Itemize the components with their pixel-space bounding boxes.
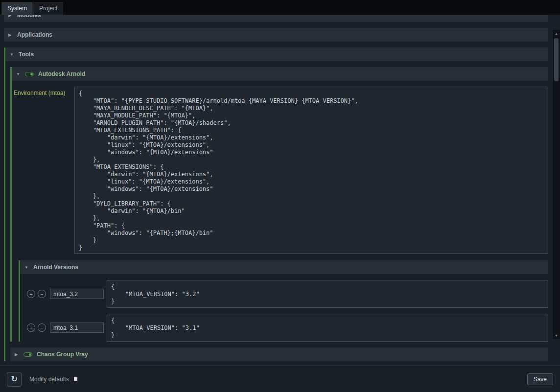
arnold-versions-body: + − { "MTOA_VERSION": "3.2" }: [20, 280, 548, 342]
chevron-right-icon: ▶: [15, 352, 19, 357]
section-label-modules: Modules: [17, 15, 41, 19]
section-label-tools: Tools: [19, 51, 34, 58]
settings-content: ▶ Modules ▶ Applications ▼ Tools ▼: [0, 15, 552, 361]
modify-defaults-checkbox[interactable]: [74, 377, 77, 381]
scroll-up-icon[interactable]: ▲: [553, 30, 560, 37]
section-header-tools[interactable]: ▼ Tools: [5, 47, 548, 61]
version-key-input[interactable]: [50, 289, 104, 299]
footer-bar: ↻ Modify defaults Save: [0, 366, 560, 392]
section-label-vray: Chaos Group Vray: [37, 351, 88, 358]
scroll-down-icon[interactable]: ▼: [553, 332, 560, 339]
chevron-down-icon: ▼: [10, 52, 14, 57]
arnold-section-body: Environment (mtoa) { "MTOA": "{PYPE_STUD…: [12, 87, 548, 342]
tab-system[interactable]: System: [1, 2, 33, 15]
tab-project[interactable]: Project: [33, 2, 63, 15]
refresh-button[interactable]: ↻: [7, 372, 22, 387]
section-header-arnold-versions[interactable]: ▼ Arnold Versions: [20, 260, 548, 274]
add-item-button[interactable]: +: [27, 290, 35, 298]
section-label-applications: Applications: [17, 31, 52, 38]
chevron-down-icon: ▼: [16, 72, 21, 76]
section-header-modules[interactable]: ▶ Modules: [4, 15, 548, 22]
scrollbar-thumb[interactable]: [554, 38, 559, 81]
version-json-editor[interactable]: { "MTOA_VERSION": "3.1" }: [107, 314, 548, 342]
section-label-arnold-versions: Arnold Versions: [33, 264, 78, 271]
version-json-editor[interactable]: { "MTOA_VERSION": "3.2" }: [107, 280, 548, 308]
vertical-scrollbar[interactable]: ▲ ▼: [552, 30, 560, 339]
add-item-button[interactable]: +: [27, 323, 35, 332]
refresh-icon: ↻: [11, 374, 18, 384]
version-row: + − { "MTOA_VERSION": "3.2" }: [27, 280, 548, 308]
chevron-down-icon: ▼: [24, 265, 29, 270]
section-group-arnold-versions: ▼ Arnold Versions + −: [19, 260, 548, 342]
remove-item-button[interactable]: −: [38, 323, 46, 332]
tab-bar: System Project: [0, 0, 560, 15]
remove-item-button[interactable]: −: [38, 290, 46, 298]
environment-field-row: Environment (mtoa) { "MTOA": "{PYPE_STUD…: [14, 87, 548, 254]
chevron-right-icon: ▶: [8, 15, 13, 18]
row-buttons: + −: [27, 290, 46, 298]
version-key-input[interactable]: [50, 323, 104, 333]
enabled-toggle-icon[interactable]: [23, 352, 32, 357]
section-group-tools: ▼ Tools ▼ Autodesk Arnold Environment (m…: [4, 47, 548, 361]
tools-section-body: ▼ Autodesk Arnold Environment (mtoa) { "…: [5, 67, 548, 361]
section-label-arnold: Autodesk Arnold: [38, 70, 85, 77]
enabled-toggle-icon[interactable]: [25, 72, 34, 76]
environment-json-editor[interactable]: { "MTOA": "{PYPE_STUDIO_SOFTWARE}/arnold…: [74, 87, 548, 254]
section-group-arnold: ▼ Autodesk Arnold Environment (mtoa) { "…: [10, 67, 548, 342]
version-row: + − { "MTOA_VERSION": "3.1" }: [27, 314, 548, 342]
chevron-right-icon: ▶: [8, 33, 13, 37]
row-buttons: + −: [27, 323, 46, 332]
settings-pane: ▶ Modules ▶ Applications ▼ Tools ▼: [0, 15, 560, 366]
settings-scroll-area: ▶ Modules ▶ Applications ▼ Tools ▼: [0, 15, 552, 366]
save-button[interactable]: Save: [527, 373, 553, 385]
section-header-vray[interactable]: ▶ Chaos Group Vray: [10, 347, 548, 361]
section-header-applications[interactable]: ▶ Applications: [4, 28, 548, 42]
modify-defaults-label: Modify defaults: [29, 376, 69, 383]
environment-field-label: Environment (mtoa): [14, 87, 72, 96]
section-header-arnold[interactable]: ▼ Autodesk Arnold: [12, 67, 548, 81]
